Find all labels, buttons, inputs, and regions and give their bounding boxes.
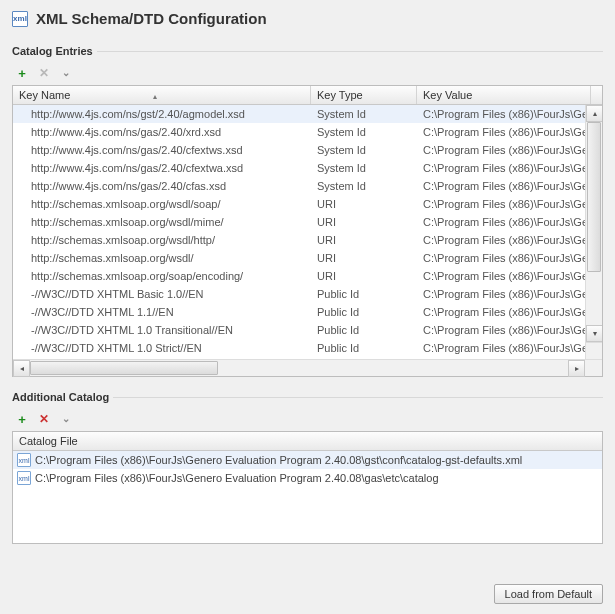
cell-key-value: C:\Program Files (x86)\FourJs\Genero I — [417, 287, 591, 301]
cell-key-type: System Id — [311, 161, 417, 175]
cell-key-type: URI — [311, 215, 417, 229]
catalog-entries-section: Catalog Entries + ✕ ⌄ Key Name ▴ Key Typ… — [12, 45, 603, 381]
catalog-entries-header: Key Name ▴ Key Type Key Value — [13, 86, 602, 105]
catalog-entries-legend: Catalog Entries — [12, 45, 97, 57]
add-catalog-button[interactable]: + — [14, 411, 30, 427]
cell-key-type: Public Id — [311, 287, 417, 301]
additional-catalog-body: xmlC:\Program Files (x86)\FourJs\Genero … — [13, 451, 602, 543]
cell-key-value: C:\Program Files (x86)\FourJs\Genero I — [417, 107, 591, 121]
page-header: xml XML Schema/DTD Configuration — [12, 10, 603, 27]
cell-key-type: Public Id — [311, 341, 417, 355]
col-key-type[interactable]: Key Type — [311, 86, 417, 104]
load-from-default-button[interactable]: Load from Default — [494, 584, 603, 604]
table-row[interactable]: -//W3C//DTD XHTML 1.0 Transitional//ENPu… — [13, 321, 602, 339]
cell-key-type: System Id — [311, 143, 417, 157]
cell-key-name: http://schemas.xmlsoap.org/soap/encoding… — [13, 269, 311, 283]
cell-key-name: -//W3C//DTD XHTML 1.0 Strict//EN — [13, 341, 311, 355]
catalog-entries-grid: Key Name ▴ Key Type Key Value http://www… — [12, 85, 603, 377]
cell-key-value: C:\Program Files (x86)\FourJs\Genero I — [417, 161, 591, 175]
table-row[interactable]: -//W3C//DTD XHTML 1.0 Strict//ENPublic I… — [13, 339, 602, 357]
scroll-corner — [585, 342, 602, 359]
cell-key-value: C:\Program Files (x86)\FourJs\Genero I — [417, 251, 591, 265]
additional-catalog-header: Catalog File — [13, 432, 602, 451]
list-item[interactable]: xmlC:\Program Files (x86)\FourJs\Genero … — [13, 469, 602, 487]
cell-key-type: URI — [311, 269, 417, 283]
catalog-file-path: C:\Program Files (x86)\FourJs\Genero Eva… — [35, 454, 522, 466]
cell-key-value: C:\Program Files (x86)\FourJs\Genero I — [417, 305, 591, 319]
sort-asc-icon: ▴ — [153, 92, 157, 101]
horizontal-scrollbar[interactable]: ◂ ▸ — [13, 359, 602, 376]
table-row[interactable]: http://www.4js.com/ns/gst/2.40/agmodel.x… — [13, 105, 602, 123]
table-row[interactable]: http://www.4js.com/ns/gas/2.40/cfas.xsdS… — [13, 177, 602, 195]
table-row[interactable]: -//W3C//DTD XHTML Basic 1.0//ENPublic Id… — [13, 285, 602, 303]
table-row[interactable]: -//W3C//DTD XHTML 1.1//ENPublic IdC:\Pro… — [13, 303, 602, 321]
cell-key-type: URI — [311, 233, 417, 247]
table-row[interactable]: http://schemas.xmlsoap.org/wsdl/URIC:\Pr… — [13, 249, 602, 267]
scroll-thumb-v[interactable] — [587, 122, 601, 272]
cell-key-value: C:\Program Files (x86)\FourJs\Genero I — [417, 197, 591, 211]
scroll-up-icon[interactable]: ▴ — [586, 105, 602, 122]
table-row[interactable]: http://schemas.xmlsoap.org/wsdl/mime/URI… — [13, 213, 602, 231]
cell-key-name: http://www.4js.com/ns/gas/2.40/cfas.xsd — [13, 179, 311, 193]
remove-catalog-button[interactable]: ✕ — [36, 411, 52, 427]
scroll-right-icon[interactable]: ▸ — [568, 360, 585, 377]
xml-file-icon: xml — [17, 471, 31, 485]
cell-key-name: http://schemas.xmlsoap.org/wsdl/ — [13, 251, 311, 265]
cell-key-value: C:\Program Files (x86)\FourJs\Genero I — [417, 125, 591, 139]
cell-key-name: http://www.4js.com/ns/gas/2.40/xrd.xsd — [13, 125, 311, 139]
cell-key-name: -//W3C//DTD XHTML 1.1//EN — [13, 305, 311, 319]
table-row[interactable]: http://schemas.xmlsoap.org/wsdl/soap/URI… — [13, 195, 602, 213]
remove-entry-button[interactable]: ✕ — [36, 65, 52, 81]
cell-key-type: URI — [311, 197, 417, 211]
scroll-down-icon[interactable]: ▾ — [586, 325, 602, 342]
catalog-entries-body: http://www.4js.com/ns/gst/2.40/agmodel.x… — [13, 105, 602, 359]
vertical-scrollbar[interactable]: ▴ ▾ — [585, 105, 602, 342]
additional-catalog-toolbar: + ✕ ⌄ — [12, 409, 603, 431]
cell-key-type: URI — [311, 251, 417, 265]
list-item[interactable]: xmlC:\Program Files (x86)\FourJs\Genero … — [13, 451, 602, 469]
xml-file-icon: xml — [17, 453, 31, 467]
cell-key-name: http://schemas.xmlsoap.org/wsdl/http/ — [13, 233, 311, 247]
cell-key-value: C:\Program Files (x86)\FourJs\Genero I — [417, 215, 591, 229]
scroll-left-icon[interactable]: ◂ — [13, 360, 30, 377]
cell-key-name: http://www.4js.com/ns/gst/2.40/agmodel.x… — [13, 107, 311, 121]
page-title: XML Schema/DTD Configuration — [36, 10, 267, 27]
additional-catalog-section: Additional Catalog + ✕ ⌄ Catalog File xm… — [12, 391, 603, 544]
xml-file-icon: xml — [12, 11, 28, 27]
table-row[interactable]: http://www.4js.com/ns/gas/2.40/xrd.xsdSy… — [13, 123, 602, 141]
catalog-entries-toolbar: + ✕ ⌄ — [12, 63, 603, 85]
cell-key-name: http://schemas.xmlsoap.org/wsdl/soap/ — [13, 197, 311, 211]
table-row[interactable]: http://www.4js.com/ns/gas/2.40/cfextwa.x… — [13, 159, 602, 177]
cell-key-name: -//W3C//DTD XHTML Basic 1.0//EN — [13, 287, 311, 301]
catalog-menu-button[interactable]: ⌄ — [58, 411, 74, 427]
additional-catalog-legend: Additional Catalog — [12, 391, 113, 403]
cell-key-name: http://www.4js.com/ns/gas/2.40/cfextwa.x… — [13, 161, 311, 175]
table-row[interactable]: http://schemas.xmlsoap.org/wsdl/http/URI… — [13, 231, 602, 249]
table-row[interactable]: http://www.4js.com/ns/gas/2.40/cfextws.x… — [13, 141, 602, 159]
cell-key-type: System Id — [311, 107, 417, 121]
entry-menu-button[interactable]: ⌄ — [58, 65, 74, 81]
cell-key-value: C:\Program Files (x86)\FourJs\Genero I — [417, 179, 591, 193]
cell-key-value: C:\Program Files (x86)\FourJs\Genero I — [417, 269, 591, 283]
cell-key-type: Public Id — [311, 323, 417, 337]
cell-key-type: System Id — [311, 125, 417, 139]
cell-key-name: http://www.4js.com/ns/gas/2.40/cfextws.x… — [13, 143, 311, 157]
cell-key-value: C:\Program Files (x86)\FourJs\Genero I — [417, 143, 591, 157]
additional-catalog-grid: Catalog File xmlC:\Program Files (x86)\F… — [12, 431, 603, 544]
cell-key-type: System Id — [311, 179, 417, 193]
add-entry-button[interactable]: + — [14, 65, 30, 81]
cell-key-name: http://schemas.xmlsoap.org/wsdl/mime/ — [13, 215, 311, 229]
catalog-file-path: C:\Program Files (x86)\FourJs\Genero Eva… — [35, 472, 439, 484]
col-catalog-file[interactable]: Catalog File — [13, 432, 602, 450]
table-row[interactable]: http://schemas.xmlsoap.org/soap/encoding… — [13, 267, 602, 285]
cell-key-name: -//W3C//DTD XHTML 1.0 Transitional//EN — [13, 323, 311, 337]
col-key-name[interactable]: Key Name ▴ — [13, 86, 311, 104]
cell-key-value: C:\Program Files (x86)\FourJs\Genero I — [417, 323, 591, 337]
footer: Load from Default — [12, 578, 603, 604]
cell-key-type: Public Id — [311, 305, 417, 319]
col-key-value[interactable]: Key Value — [417, 86, 591, 104]
cell-key-value: C:\Program Files (x86)\FourJs\Genero I — [417, 341, 591, 355]
scroll-thumb-h[interactable] — [30, 361, 218, 375]
cell-key-value: C:\Program Files (x86)\FourJs\Genero I — [417, 233, 591, 247]
